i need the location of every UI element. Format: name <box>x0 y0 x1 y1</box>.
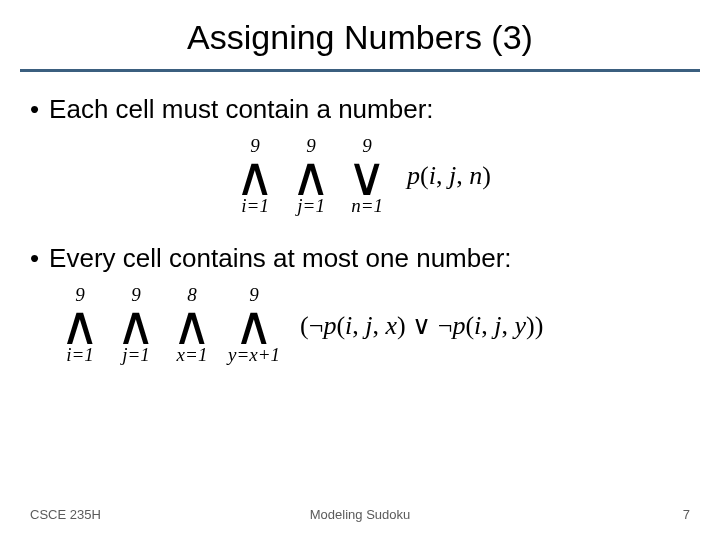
big-and-op: 9 ∧ i=1 <box>235 135 275 217</box>
big-and-icon: ∧ <box>172 306 212 346</box>
bullet-2-text: Every cell contains at most one number: <box>49 243 511 274</box>
predicate-expr: (¬p(i, j, x) ∨ ¬p(i, j, y)) <box>300 310 543 341</box>
bullet-1: • Each cell must contain a number: <box>30 94 690 125</box>
big-and-icon: ∧ <box>60 306 100 346</box>
big-and-icon: ∧ <box>228 306 280 346</box>
predicate-expr: p(i, j, n) <box>407 161 491 191</box>
bullet-2: • Every cell contains at most one number… <box>30 243 690 274</box>
bullet-1-text: Each cell must contain a number: <box>49 94 433 125</box>
formula-1-wrap: 9 ∧ i=1 9 ∧ j=1 9 ∨ n=1 p(i, j, n) <box>30 135 690 217</box>
footer-center: Modeling Sudoku <box>0 507 720 522</box>
formula-1: 9 ∧ i=1 9 ∧ j=1 9 ∨ n=1 p(i, j, n) <box>30 135 690 217</box>
op-lower: y=x+1 <box>228 344 280 366</box>
slide-footer: CSCE 235H Modeling Sudoku 7 <box>0 507 720 522</box>
slide-container: Assigning Numbers (3) • Each cell must c… <box>0 0 720 540</box>
title-rule <box>20 69 700 72</box>
big-and-op: 9 ∧ j=1 <box>291 135 331 217</box>
big-and-op: 9 ∧ i=1 <box>60 284 100 366</box>
big-and-icon: ∧ <box>235 157 275 197</box>
formula-2: 9 ∧ i=1 9 ∧ j=1 8 ∧ x=1 9 ∧ y=x+1 (¬p(i,… <box>54 284 690 366</box>
big-and-icon: ∧ <box>116 306 156 346</box>
big-and-op: 9 ∧ y=x+1 <box>228 284 280 366</box>
slide-title: Assigning Numbers (3) <box>30 18 690 57</box>
op-lower: n=1 <box>347 195 387 217</box>
op-lower: x=1 <box>172 344 212 366</box>
bullet-dot-icon: • <box>30 96 39 122</box>
big-or-icon: ∨ <box>347 157 387 197</box>
big-and-icon: ∧ <box>291 157 331 197</box>
big-and-op: 8 ∧ x=1 <box>172 284 212 366</box>
big-and-op: 9 ∧ j=1 <box>116 284 156 366</box>
big-or-op: 9 ∨ n=1 <box>347 135 387 217</box>
bullet-dot-icon: • <box>30 245 39 271</box>
